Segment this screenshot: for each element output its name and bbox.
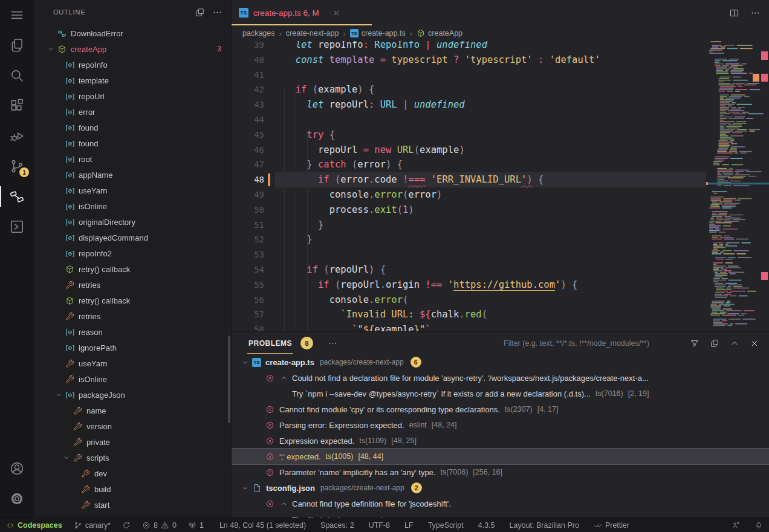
outline-item[interactable]: [⊘]appName — [34, 167, 231, 183]
activity-item-menu[interactable] — [0, 0, 34, 30]
outline-item[interactable]: isOnline — [34, 371, 231, 387]
outline-item[interactable]: scripts — [34, 450, 231, 465]
code-line[interactable]: 53 — [232, 247, 706, 262]
outline-item[interactable]: version — [34, 418, 231, 434]
statusbar-indentation[interactable]: Spaces: 2 — [320, 521, 354, 530]
statusbar-cursor-position[interactable]: Ln 48, Col 45 (1 selected) — [219, 521, 306, 530]
outline-item[interactable]: DownloadError — [34, 25, 231, 41]
chevron-down-icon[interactable] — [53, 391, 65, 399]
breadcrumb-item[interactable]: packages — [242, 29, 275, 37]
outline-item[interactable]: [⊘]packageJson — [34, 387, 231, 403]
problem-row[interactable]: Parameter 'name' implicitly has an 'any'… — [232, 464, 769, 480]
statusbar-remote[interactable]: Codespaces — [6, 521, 62, 530]
outline-item[interactable]: [⊘]found — [34, 135, 231, 151]
outline-item[interactable]: [⊘]originalDirectory — [34, 214, 231, 230]
chevron-down-icon[interactable] — [240, 358, 250, 366]
code-line[interactable]: 54 if (repoUrl) { — [232, 262, 706, 277]
filter-icon[interactable] — [690, 339, 699, 348]
statusbar-language[interactable]: TypeScript — [428, 521, 464, 530]
outline-item[interactable]: [⊘]found — [34, 120, 231, 135]
outline-item[interactable]: name — [34, 403, 231, 418]
tab-create-app-ts[interactable]: TS create-app.ts 6, M — [232, 0, 372, 25]
statusbar-encoding[interactable]: UTF-8 — [369, 521, 390, 530]
code-line[interactable]: 47 } catch (error) { — [232, 157, 706, 172]
activity-item-explorer[interactable] — [0, 30, 34, 60]
code-editor[interactable]: 39 let repoInfo: RepoInfo | undefined40 … — [232, 41, 706, 331]
more-actions-icon[interactable] — [212, 7, 222, 18]
outline-item[interactable]: retry() callback — [34, 261, 231, 277]
code-line[interactable]: 57 `Invalid URL: ${chalk.red( — [232, 307, 706, 322]
breadcrumb-item[interactable]: createApp — [417, 29, 462, 37]
breadcrumb-item[interactable]: TScreate-app.ts — [350, 29, 406, 37]
code-line[interactable]: 48 if (error.code !=== 'ERR_INVALID_URL'… — [232, 172, 706, 187]
problem-row[interactable]: ';' expected.ts(1005)[48, 44] — [232, 449, 769, 464]
outline-item[interactable]: [⊘]isOnline — [34, 198, 231, 214]
close-tab-icon[interactable] — [333, 9, 340, 17]
chevron-up-icon[interactable] — [279, 500, 288, 508]
statusbar-notifications[interactable] — [754, 521, 763, 530]
split-editor-icon[interactable] — [729, 8, 739, 18]
outline-item[interactable]: [⊘]template — [34, 73, 231, 88]
statusbar-ts-version[interactable]: 4.3.5 — [478, 521, 495, 530]
code-line[interactable]: 55 if (repoUrl.origin !== 'https://githu… — [232, 277, 706, 293]
close-panel-icon[interactable] — [750, 339, 759, 348]
activity-item-remote-terminal[interactable] — [0, 212, 34, 242]
code-line[interactable]: 49 console.error(error) — [232, 187, 706, 203]
problem-row[interactable]: Cannot find type definition file for 'js… — [232, 496, 769, 511]
outline-item[interactable]: build — [34, 481, 231, 497]
code-line[interactable]: 51 } — [232, 218, 706, 233]
outline-item[interactable]: private — [34, 434, 231, 450]
group-by-icon[interactable] — [710, 339, 719, 348]
statusbar-eol[interactable]: LF — [404, 521, 414, 530]
code-line[interactable]: 56 console.error( — [232, 293, 706, 308]
outline-item[interactable]: [⊘]root — [34, 151, 231, 167]
activity-item-run-and-debug[interactable] — [0, 121, 34, 151]
code-line[interactable]: 45 try { — [232, 128, 706, 143]
outline-item[interactable]: useYarn — [34, 355, 231, 371]
chevron-down-icon[interactable] — [240, 484, 250, 492]
outline-item[interactable]: [⊘]ignorePath — [34, 340, 231, 355]
problem-row[interactable]: Try `npm i --save-dev @types/async-retry… — [232, 386, 769, 401]
statusbar-ports[interactable]: 1 — [188, 521, 204, 530]
outline-item[interactable]: retry() callback — [34, 293, 231, 308]
code-line[interactable]: 44 — [232, 112, 706, 128]
outline-item[interactable]: [⊘]repoUrl — [34, 88, 231, 104]
code-line[interactable]: 42 if (example) { — [232, 82, 706, 97]
activity-item-symbols[interactable] — [0, 181, 34, 212]
collapse-all-icon[interactable] — [195, 7, 205, 18]
outline-item[interactable]: [⊘]reason — [34, 324, 231, 340]
editor-more-actions-icon[interactable] — [750, 8, 761, 18]
activity-item-account[interactable] — [0, 453, 34, 484]
outline-item[interactable]: createApp3 — [34, 41, 231, 57]
outline-item[interactable]: retries — [34, 308, 231, 324]
statusbar-layout[interactable]: Layout: Brazilian Pro — [510, 521, 579, 530]
chevron-down-icon[interactable] — [60, 453, 73, 462]
code-line[interactable]: 58 `"${example}"` — [232, 322, 706, 331]
activity-item-search[interactable] — [0, 60, 34, 91]
panel-more-actions-icon[interactable] — [328, 339, 337, 348]
code-line[interactable]: 43 let repoUrl: URL | undefined — [232, 97, 706, 112]
statusbar-branch[interactable]: canary* — [74, 521, 111, 530]
outline-item[interactable]: [⊘]useYarn — [34, 183, 231, 198]
code-line[interactable]: 50 process.exit(1) — [232, 203, 706, 218]
code-line[interactable]: 52 } — [232, 232, 706, 247]
code-line[interactable]: 39 let repoInfo: RepoInfo | undefined — [232, 41, 706, 53]
activity-item-extensions[interactable] — [0, 91, 34, 121]
code-line[interactable]: 41 — [232, 68, 706, 83]
outline-item[interactable]: [⊘]error — [34, 104, 231, 120]
code-line[interactable]: 40 const template = typescript ? 'typesc… — [232, 53, 706, 68]
tab-problems[interactable]: PROBLEMS — [247, 333, 293, 354]
code-line[interactable]: 46 repoUrl = new URL(example) — [232, 143, 706, 158]
activity-item-settings[interactable] — [0, 484, 34, 514]
statusbar-problems[interactable]: 80 — [142, 521, 177, 530]
outline-item[interactable]: dev — [34, 465, 231, 481]
chevron-up-icon[interactable] — [279, 374, 288, 382]
problem-row[interactable]: Cannot find module 'cpy' or its correspo… — [232, 401, 769, 417]
outline-item[interactable]: start — [34, 497, 231, 513]
sidebar-scrollbar[interactable] — [228, 336, 230, 423]
outline-item[interactable]: [⊘]repoInfo — [34, 57, 231, 73]
outline-item[interactable]: [⊘]repoInfo2 — [34, 245, 231, 261]
statusbar-sync[interactable] — [122, 521, 131, 530]
activity-item-source-control[interactable]: 1 — [0, 151, 34, 181]
minimap[interactable] — [706, 37, 769, 331]
